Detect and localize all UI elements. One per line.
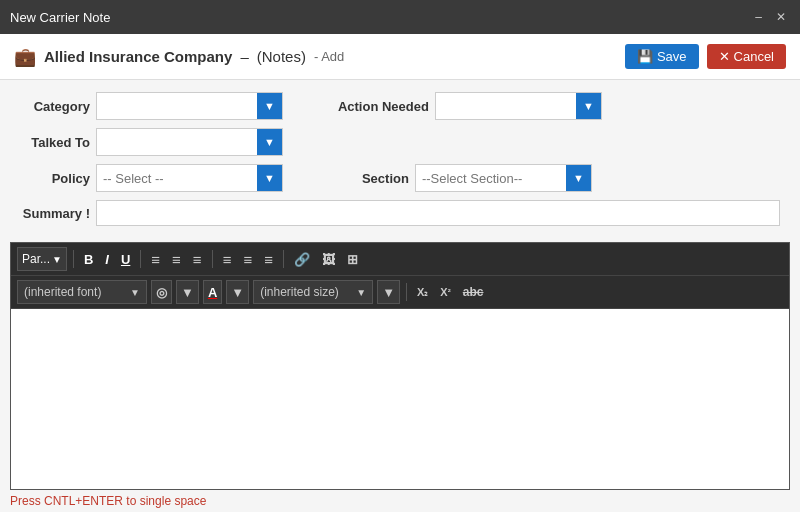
save-disk-icon: 💾 <box>637 49 653 64</box>
outdent-button[interactable]: ≡ <box>260 247 277 271</box>
briefcase-icon: 💼 <box>14 46 36 68</box>
close-button[interactable]: ✕ <box>772 10 790 24</box>
category-dropdown-btn[interactable]: ▼ <box>257 93 282 119</box>
policy-label: Policy <box>20 171 90 186</box>
font-color-button[interactable]: A <box>203 280 222 304</box>
font-special2-button[interactable]: ▼ <box>176 280 199 304</box>
header-section: (Notes) <box>257 48 306 65</box>
title-bar-controls: – ✕ <box>751 10 790 24</box>
category-select-wrapper: ▼ <box>96 92 283 120</box>
editor-body[interactable] <box>11 309 789 489</box>
action-needed-dropdown-btn[interactable]: ▼ <box>576 93 601 119</box>
table-button[interactable]: ⊞ <box>343 247 362 271</box>
title-bar: New Carrier Note – ✕ <box>0 0 800 34</box>
talked-to-label: Talked To <box>20 135 90 150</box>
paragraph-dropdown[interactable]: Par... ▼ <box>17 247 67 271</box>
policy-select-wrapper: ▼ <box>96 164 283 192</box>
font-size-arrow-btn[interactable]: ▼ <box>377 280 400 304</box>
toolbar-sep-3 <box>212 250 213 268</box>
align-right-button[interactable]: ≡ <box>189 247 206 271</box>
summary-input[interactable] <box>96 200 780 226</box>
dialog-header: 💼 Allied Insurance Company – (Notes) - A… <box>0 34 800 80</box>
font-family-dropdown[interactable]: (inherited font) ▼ <box>17 280 147 304</box>
cancel-label: Cancel <box>734 49 774 64</box>
form-row-3: Policy ▼ Section ▼ <box>20 164 780 192</box>
hint-text: Press CNTL+ENTER to single space <box>0 490 800 512</box>
form-area: Category ▼ Action Needed ▼ <box>0 80 800 242</box>
talked-to-group: Talked To ▼ <box>20 128 283 156</box>
editor-toolbar-bottom: (inherited font) ▼ ◎ ▼ A ▼ (inherited si… <box>11 276 789 309</box>
category-group: Category ▼ <box>20 92 283 120</box>
cancel-x-icon: ✕ <box>719 49 730 64</box>
toolbar-sep-4 <box>283 250 284 268</box>
link-button[interactable]: 🔗 <box>290 247 314 271</box>
section-select-wrapper: ▼ <box>415 164 592 192</box>
action-needed-input[interactable] <box>436 93 576 119</box>
toolbar-sep-2 <box>140 250 141 268</box>
font-special-button[interactable]: ◎ <box>151 280 172 304</box>
toolbar-sep-1 <box>73 250 74 268</box>
editor-container: Par... ▼ B I U ≡ ≡ ≡ ≡ ≡ ≡ 🔗 🖼 ⊞ (inheri… <box>10 242 790 490</box>
subscript-button[interactable]: X₂ <box>413 280 432 304</box>
editor-toolbar-top: Par... ▼ B I U ≡ ≡ ≡ ≡ ≡ ≡ 🔗 🖼 ⊞ <box>11 243 789 276</box>
dialog-header-info: 💼 Allied Insurance Company – (Notes) - A… <box>14 46 344 68</box>
summary-label: Summary ! <box>20 206 90 221</box>
action-needed-dropdown-arrow: ▼ <box>583 100 594 112</box>
cancel-button[interactable]: ✕ Cancel <box>707 44 786 69</box>
font-size-dropdown[interactable]: (inherited size) ▼ <box>253 280 373 304</box>
header-action: - Add <box>314 49 344 64</box>
form-row-2: Talked To ▼ <box>20 128 780 156</box>
header-separator: – <box>240 48 248 65</box>
talked-to-dropdown-btn[interactable]: ▼ <box>257 129 282 155</box>
font-size-label: (inherited size) <box>260 285 339 299</box>
bold-button[interactable]: B <box>80 247 97 271</box>
summary-row: Summary ! <box>20 200 780 226</box>
section-input[interactable] <box>416 165 566 191</box>
toolbar-sep-5 <box>406 283 407 301</box>
font-color-arrow[interactable]: ▼ <box>226 280 249 304</box>
font-size-arrow: ▼ <box>356 287 366 298</box>
title-bar-title: New Carrier Note <box>10 10 110 25</box>
category-label: Category <box>20 99 90 114</box>
list-ordered-button[interactable]: ≡ <box>239 247 256 271</box>
policy-group: Policy ▼ <box>20 164 283 192</box>
talked-to-dropdown-arrow: ▼ <box>264 136 275 148</box>
paragraph-arrow: ▼ <box>52 254 62 265</box>
action-needed-select-wrapper: ▼ <box>435 92 602 120</box>
image-button[interactable]: 🖼 <box>318 247 339 271</box>
section-group: Section ▼ <box>349 164 592 192</box>
dialog-header-actions: 💾 Save ✕ Cancel <box>625 44 786 69</box>
superscript-button[interactable]: X² <box>436 280 454 304</box>
category-input[interactable] <box>97 93 257 119</box>
section-dropdown-btn[interactable]: ▼ <box>566 165 591 191</box>
company-name: Allied Insurance Company <box>44 48 232 65</box>
font-family-label: (inherited font) <box>24 285 101 299</box>
paragraph-label: Par... <box>22 252 50 266</box>
section-label: Section <box>349 171 409 186</box>
align-center-button[interactable]: ≡ <box>168 247 185 271</box>
policy-dropdown-arrow: ▼ <box>264 172 275 184</box>
italic-button[interactable]: I <box>101 247 113 271</box>
talked-to-select-wrapper: ▼ <box>96 128 283 156</box>
strikethrough-button[interactable]: abc <box>459 280 488 304</box>
save-button[interactable]: 💾 Save <box>625 44 699 69</box>
action-needed-group: Action Needed ▼ <box>329 92 602 120</box>
talked-to-input[interactable] <box>97 129 257 155</box>
dialog: 💼 Allied Insurance Company – (Notes) - A… <box>0 34 800 512</box>
policy-dropdown-btn[interactable]: ▼ <box>257 165 282 191</box>
list-unordered-button[interactable]: ≡ <box>219 247 236 271</box>
policy-input[interactable] <box>97 165 257 191</box>
save-label: Save <box>657 49 687 64</box>
title-bar-left: New Carrier Note <box>10 10 110 25</box>
action-needed-label: Action Needed <box>329 99 429 114</box>
minimize-button[interactable]: – <box>751 10 766 24</box>
align-left-button[interactable]: ≡ <box>147 247 164 271</box>
section-dropdown-arrow: ▼ <box>573 172 584 184</box>
form-row-1: Category ▼ Action Needed ▼ <box>20 92 780 120</box>
category-dropdown-arrow: ▼ <box>264 100 275 112</box>
underline-button[interactable]: U <box>117 247 134 271</box>
font-family-arrow: ▼ <box>130 287 140 298</box>
